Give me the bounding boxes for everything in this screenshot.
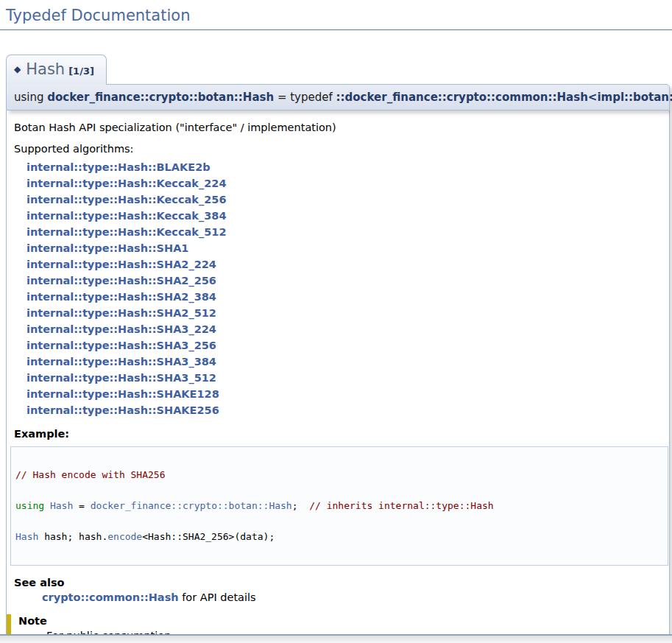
note-label: Note <box>18 615 662 627</box>
member-tab-name: Hash <box>26 60 65 78</box>
see-also-suffix: for API details <box>179 591 256 603</box>
proto-typedef-name: docker_finance::crypto::botan::Hash <box>47 91 274 104</box>
algorithm-link-sha2-224[interactable]: internal::type::Hash::SHA2_224 <box>26 259 216 270</box>
description-text: Botan Hash API specialization ("interfac… <box>14 122 662 133</box>
algorithm-line: internal::type::Hash::SHA3_224 <box>26 321 662 337</box>
algorithm-line: internal::type::Hash::SHA2_384 <box>26 289 662 305</box>
see-also-content: crypto::common::Hash for API details <box>42 591 662 603</box>
algorithm-link-sha2-384[interactable]: internal::type::Hash::SHA2_384 <box>26 291 216 303</box>
algorithm-link-sha3-256[interactable]: internal::type::Hash::SHA3_256 <box>26 340 216 351</box>
member-tab-row: ◆Hash[1/3] <box>6 55 670 84</box>
member-documentation: Botan Hash API specialization ("interfac… <box>6 110 670 643</box>
code-comment: // Hash encode with SHA256 <box>15 469 166 480</box>
code-link-hash-type[interactable]: Hash <box>15 531 38 542</box>
algorithm-link-blake2b[interactable]: internal::type::Hash::BLAKE2b <box>26 161 211 173</box>
proto-equals-typedef: = typedef <box>277 91 333 104</box>
code-plain: <Hash::SHA2_256>(data); <box>142 531 275 542</box>
member-tab: ◆Hash[1/3] <box>6 55 107 85</box>
algorithm-line: internal::type::Hash::SHA2_512 <box>26 305 662 321</box>
algorithm-line: internal::type::Hash::SHA2_224 <box>26 256 662 273</box>
code-link-encode[interactable]: encode <box>107 531 142 542</box>
algorithm-link-keccak-256[interactable]: internal::type::Hash::Keccak_256 <box>26 194 227 205</box>
algorithm-line: internal::type::Hash::Keccak_384 <box>26 208 662 224</box>
code-plain: hash; hash. <box>38 531 107 542</box>
code-line-3: Hash hash; hash.encode<Hash::SHA2_256>(d… <box>15 532 663 542</box>
algorithm-line: internal::type::Hash::SHAKE256 <box>26 402 662 418</box>
algorithm-line: internal::type::Hash::Keccak_512 <box>26 224 662 240</box>
code-plain: ; <box>292 500 309 511</box>
algorithm-link-keccak-384[interactable]: internal::type::Hash::Keccak_384 <box>26 210 227 222</box>
algorithm-line: internal::type::Hash::SHA3_512 <box>26 370 662 386</box>
typedef-member-hash: ◆Hash[1/3] using docker_finance::crypto:… <box>6 55 670 643</box>
algorithm-line: internal::type::Hash::SHA1 <box>26 240 662 256</box>
proto-target-type: ::docker_finance::crypto::common::Hash<i… <box>336 91 672 104</box>
code-example: // Hash encode with SHA256 using Hash = … <box>10 446 668 566</box>
member-tab-counter: [1/3] <box>68 66 94 77</box>
proto-using-keyword: using <box>14 91 44 104</box>
algorithm-line: internal::type::Hash::BLAKE2b <box>26 159 662 175</box>
code-line-1: // Hash encode with SHA256 <box>15 470 663 480</box>
code-link-botan-hash[interactable]: docker_finance::crypto::botan::Hash <box>91 500 292 511</box>
see-also-section: See also crypto::common::Hash for API de… <box>14 577 662 603</box>
algorithm-line: internal::type::Hash::SHAKE128 <box>26 386 662 402</box>
algorithm-link-sha1[interactable]: internal::type::Hash::SHA1 <box>26 242 188 254</box>
code-line-2: using Hash = docker_finance::crypto::bot… <box>15 501 663 511</box>
algorithm-line: internal::type::Hash::SHA3_256 <box>26 337 662 354</box>
supported-algorithms-label: Supported algorithms: <box>14 143 662 155</box>
algorithm-link-keccak-512[interactable]: internal::type::Hash::Keccak_512 <box>26 226 227 238</box>
algorithm-link-shake256[interactable]: internal::type::Hash::SHAKE256 <box>26 404 219 416</box>
algorithm-link-sha3-512[interactable]: internal::type::Hash::SHA3_512 <box>26 372 216 384</box>
example-label: Example: <box>14 428 662 440</box>
code-plain: = <box>73 500 90 511</box>
algorithm-link-sha3-384[interactable]: internal::type::Hash::SHA3_384 <box>26 356 216 368</box>
supported-algorithms-block: Supported algorithms: internal::type::Ha… <box>14 143 662 418</box>
algorithm-line: internal::type::Hash::Keccak_224 <box>26 175 662 192</box>
see-also-link-common-hash[interactable]: crypto::common::Hash <box>42 591 179 603</box>
page-title: Typedef Documentation <box>0 4 672 30</box>
algorithm-line: internal::type::Hash::SHA3_384 <box>26 354 662 370</box>
algorithm-link-keccak-224[interactable]: internal::type::Hash::Keccak_224 <box>26 178 227 189</box>
algorithm-link-sha2-512[interactable]: internal::type::Hash::SHA2_512 <box>26 307 216 319</box>
anchor-diamond-icon[interactable]: ◆ <box>14 64 21 74</box>
code-keyword-using: using <box>15 500 50 511</box>
algorithm-line: internal::type::Hash::Keccak_256 <box>26 192 662 208</box>
algorithm-line: internal::type::Hash::SHA2_256 <box>26 273 662 289</box>
code-link-hash-alias[interactable]: Hash <box>50 500 73 511</box>
algorithm-link-shake128[interactable]: internal::type::Hash::SHAKE128 <box>26 388 219 400</box>
code-comment: // inherits internal::type::Hash <box>309 500 493 511</box>
section-divider <box>0 634 672 643</box>
algorithm-link-sha3-224[interactable]: internal::type::Hash::SHA3_224 <box>26 323 216 335</box>
see-also-label: See also <box>14 577 662 588</box>
member-prototype: using docker_finance::crypto::botan::Has… <box>6 84 670 110</box>
algorithm-link-sha2-256[interactable]: internal::type::Hash::SHA2_256 <box>26 275 216 287</box>
